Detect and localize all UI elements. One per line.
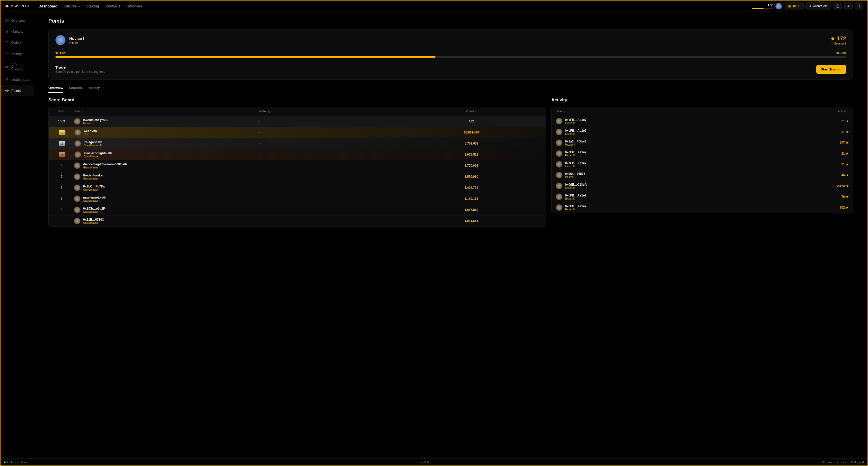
activity-row[interactable]: 0x964…76576Master I 46 ★: [552, 170, 853, 180]
activity-header-action[interactable]: Action: [837, 109, 849, 113]
cell-user: discordtag-2themoon6691.ethGrandmaster I: [71, 162, 258, 169]
table-row[interactable]: 6 0x9bC…Fb7FaGrandmaster I - 1,498,773: [49, 182, 546, 193]
cell-points: 5,752,632: [401, 142, 542, 145]
progress-right: ★250: [836, 51, 846, 55]
activity-action: 76 ★: [841, 195, 849, 199]
header-points[interactable]: Points: [400, 109, 542, 113]
table-row[interactable]: 8 0xBCb…e5d2FGrandmaster I - 1,017,860: [49, 204, 546, 215]
status-text: Fully operational: [7, 461, 28, 464]
cell-invite: -: [259, 131, 401, 134]
header-user[interactable]: User: [71, 109, 258, 113]
season-label: Season 1: [830, 42, 846, 45]
footer-link-support[interactable]: ✉ Support: [850, 460, 864, 464]
wallet-pill[interactable]: kwenta.eth: [806, 2, 831, 10]
activity-tier: Master II: [565, 143, 586, 146]
activity-header-user[interactable]: User: [556, 109, 565, 113]
sidebar-item-orders[interactable]: Orders: [1, 37, 34, 48]
cell-points: 1,770,091: [400, 164, 542, 167]
activity-row[interactable]: 0xcFB…Ae1e7Expert II 21 ★: [552, 148, 853, 159]
activity-user: 0x964…76576: [565, 172, 585, 176]
table-row[interactable]: 1 weed.ethGod - 16,621,494: [49, 127, 546, 138]
balance-pill[interactable]: $0.00: [784, 2, 804, 10]
tab-history[interactable]: History: [88, 86, 100, 93]
activity-row[interactable]: 0x2a3…FDba0Master II 377 ★: [552, 137, 853, 148]
support-icon: ✉: [850, 460, 853, 464]
activity-row[interactable]: 0xcFB…Ae1e7Expert II 21 ★: [552, 127, 853, 137]
svg-rect-5: [7, 19, 8, 20]
avatar: [556, 182, 562, 189]
table-row[interactable]: 4 discordtag-2themoon6691.ethGrandmaster…: [49, 160, 546, 171]
scoreboard-table: Rank User Invite By Points 1469 kwenta.e…: [49, 107, 546, 227]
svg-rect-4: [6, 19, 7, 20]
tab-overview[interactable]: Overview: [49, 86, 63, 93]
activity-row[interactable]: 0xcFB…Ae1e7Expert II 21 ★: [552, 116, 853, 127]
settings-button[interactable]: [855, 2, 863, 10]
sidebar-item-leaderboard[interactable]: Leaderboard: [1, 74, 34, 85]
scoreboard-title: Score Board: [49, 97, 546, 103]
footer-link-stats[interactable]: ▤ Stats: [822, 460, 832, 464]
top-nav: KWENTA DashboardFutures⌄StakingRewardsRe…: [1, 1, 867, 12]
progress-left: ★172: [55, 51, 65, 55]
user-avatar-small[interactable]: [775, 3, 782, 9]
activity-row[interactable]: 0xcFB…Ae1e7Expert II 21 ★: [552, 159, 853, 170]
table-row[interactable]: 2 irs-agent.ethGrandmaster III - 5,752,6…: [49, 138, 546, 149]
cell-points: 1,189,151: [400, 197, 542, 201]
avatar: [74, 173, 81, 180]
start-trading-button[interactable]: Start Trading: [816, 65, 846, 74]
header-rank[interactable]: Rank: [52, 109, 71, 113]
bolt-button[interactable]: [844, 2, 852, 10]
footer-status: Fully operational: [4, 461, 28, 464]
star-icon: [5, 89, 9, 93]
cell-rank: 5: [52, 175, 71, 178]
header-invite[interactable]: Invite By: [258, 109, 400, 113]
avatar: [556, 193, 562, 200]
cell-points: 16,621,494: [401, 131, 542, 134]
tab-seasons[interactable]: Seasons: [69, 86, 83, 93]
activity-table: User Action 0xcFB…Ae1e7Expert II 21 ★ 0x…: [551, 107, 853, 213]
table-row[interactable]: 7 mastermojo.ethGrandmaster I - 1,189,15…: [49, 193, 546, 204]
cell-rank: 4: [52, 164, 71, 167]
avatar: [556, 118, 562, 125]
sidebar-item-points[interactable]: Points: [1, 85, 34, 96]
activity-row[interactable]: 0xcFB…Ae1e7Expert II 76 ★: [552, 191, 853, 202]
stats-icon: ▤: [822, 460, 825, 464]
nav-staking[interactable]: Staking: [86, 4, 99, 8]
nav-dashboard[interactable]: Dashboard: [39, 4, 57, 8]
activity-row[interactable]: 0x0dE…C13eAExpert II 2,172 ★: [552, 180, 853, 191]
sidebar-item-overview[interactable]: Overview: [1, 15, 34, 26]
history-icon: [5, 52, 9, 56]
footer-link-docs[interactable]: ⎘ Docs: [837, 460, 846, 464]
cell-points: 1,559,980: [400, 175, 542, 178]
nav-futures[interactable]: Futures⌄: [64, 4, 80, 8]
activity-action: 2,172 ★: [837, 184, 849, 188]
sidebar-item-vip-program[interactable]: VIP Program: [1, 59, 34, 74]
network-button[interactable]: [834, 2, 842, 10]
user-name: 0xBCb…e5d2F: [83, 207, 105, 210]
nav-referrals[interactable]: Referrals: [127, 4, 142, 8]
user-tier: Grandmaster I: [83, 177, 105, 180]
svg-point-3: [859, 6, 860, 7]
sidebar-item-markets[interactable]: Markets: [1, 26, 34, 37]
nav-rewards[interactable]: Rewards: [105, 4, 120, 8]
cell-rank: 7: [52, 197, 71, 201]
user-name: mastermojo.eth: [83, 196, 106, 199]
activity-action: 21 ★: [841, 119, 849, 123]
hero-points: 172: [830, 35, 846, 42]
user-name: weed.eth: [84, 129, 97, 133]
cell-user: 0x9bC…Fb7FaGrandmaster I: [71, 185, 258, 191]
table-row[interactable]: 9 0x11E…07303Grandmaster I - 1,011,651: [49, 215, 546, 226]
svg-rect-7: [7, 21, 8, 22]
table-row[interactable]: 1469 kwenta.eth (You)Novice I - 172: [49, 116, 546, 127]
activity-row[interactable]: 0xcFB…Ae1e7Expert II 352 ★: [552, 202, 853, 213]
star-icon: ★: [846, 195, 849, 199]
medal-icon: 2: [59, 141, 65, 146]
sidebar-item-history[interactable]: History: [1, 48, 34, 59]
page-title: Points: [49, 18, 853, 24]
star-icon: ★: [846, 152, 849, 155]
footer-links: ▤ Stats⎘ Docs✉ Support: [822, 460, 864, 464]
user-tier: Grandmaster I: [83, 210, 105, 213]
logo[interactable]: KWENTA: [5, 4, 30, 8]
table-row[interactable]: 5 thedefifund.ethGrandmaster I - 1,559,9…: [49, 171, 546, 182]
trophy-icon: [5, 78, 9, 81]
table-row[interactable]: 3 stewiezoolights.ethGrandmaster I - 1,9…: [49, 149, 546, 160]
